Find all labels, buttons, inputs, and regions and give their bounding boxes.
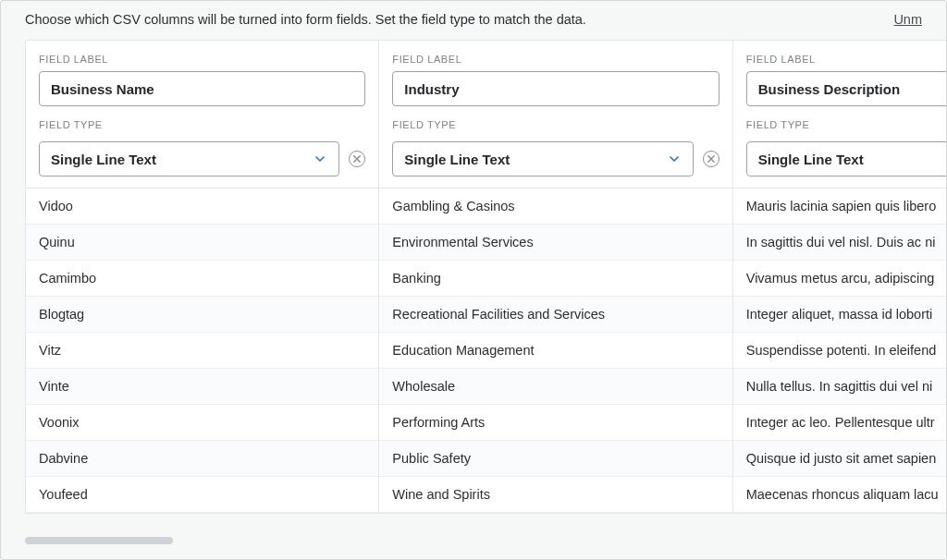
field-type-select[interactable]: Single Line Text	[392, 141, 693, 177]
clear-field-button[interactable]	[349, 151, 365, 167]
table-row: Environmental Services	[379, 225, 732, 261]
table-row: Camimbo	[26, 261, 378, 297]
column-header: FIELD LABEL FIELD TYPE Single Line Text	[733, 41, 947, 189]
table-row: Wholesale	[379, 369, 732, 405]
field-label-input[interactable]	[392, 71, 719, 106]
field-type-select[interactable]: Single Line Text	[39, 141, 339, 177]
chevron-down-icon	[313, 152, 327, 166]
table-row: In sagittis dui vel nisl. Duis ac ni	[733, 225, 947, 261]
close-icon	[707, 155, 715, 163]
field-type-value: Single Line Text	[404, 152, 666, 167]
table-row: Vinte	[26, 369, 378, 405]
table-row: Vidoo	[26, 189, 378, 225]
clear-field-button[interactable]	[703, 151, 719, 167]
table-row: Performing Arts	[379, 405, 732, 441]
field-label-input[interactable]	[39, 71, 365, 106]
table-row: Recreational Facilities and Services	[379, 297, 732, 333]
table-row: Blogtag	[26, 297, 378, 333]
instructions-text: Choose which CSV columns will be turned …	[25, 12, 586, 27]
table-row: Integer ac leo. Pellentesque ultr	[733, 405, 947, 441]
table-row: Voonix	[26, 405, 378, 441]
field-type-heading: FIELD TYPE	[392, 119, 719, 130]
table-row: Nulla tellus. In sagittis dui vel ni	[733, 369, 947, 405]
close-icon	[353, 155, 361, 163]
table-row: Public Safety	[379, 441, 732, 477]
table-row: Wine and Spirits	[379, 477, 732, 513]
column-business-name: FIELD LABEL FIELD TYPE Single Line Text	[26, 41, 379, 513]
table-row: Vivamus metus arcu, adipiscing	[733, 261, 947, 297]
field-type-value: Single Line Text	[51, 152, 313, 167]
field-label-heading: FIELD LABEL	[39, 54, 365, 65]
field-type-heading: FIELD TYPE	[746, 119, 947, 130]
column-header: FIELD LABEL FIELD TYPE Single Line Text	[26, 41, 378, 189]
field-type-value: Single Line Text	[758, 152, 947, 167]
table-row: Banking	[379, 261, 732, 297]
table-row: Quisque id justo sit amet sapien	[733, 441, 947, 477]
table-row: Suspendisse potenti. In eleifend	[733, 333, 947, 369]
field-label-input[interactable]	[746, 71, 947, 106]
table-row: Integer aliquet, massa id loborti	[733, 297, 947, 333]
chevron-down-icon	[667, 152, 682, 166]
column-industry: FIELD LABEL FIELD TYPE Single Line Text	[379, 41, 732, 513]
table-row: Education Management	[379, 333, 732, 369]
column-header: FIELD LABEL FIELD TYPE Single Line Text	[379, 41, 732, 189]
field-label-heading: FIELD LABEL	[746, 54, 947, 65]
field-type-select[interactable]: Single Line Text	[746, 141, 947, 177]
scrollbar-thumb[interactable]	[25, 537, 173, 544]
mapping-panel: Choose which CSV columns will be turned …	[0, 0, 947, 560]
mapping-table: FIELD LABEL FIELD TYPE Single Line Text	[25, 40, 947, 514]
field-type-heading: FIELD TYPE	[39, 119, 365, 130]
field-label-heading: FIELD LABEL	[392, 54, 719, 65]
topbar: Choose which CSV columns will be turned …	[1, 1, 946, 40]
table-row: Vitz	[26, 333, 378, 369]
table-row: Dabvine	[26, 441, 378, 477]
table-row: Mauris lacinia sapien quis libero	[733, 189, 947, 225]
table-row: Maecenas rhoncus aliquam lacu	[733, 477, 947, 513]
table-row: Gambling & Casinos	[379, 189, 732, 225]
table-row: Quinu	[26, 225, 378, 261]
unmap-link[interactable]: Unm	[893, 12, 922, 27]
table-row: Youfeed	[26, 477, 378, 513]
horizontal-scrollbar[interactable]	[25, 537, 922, 544]
column-business-description: FIELD LABEL FIELD TYPE Single Line Text …	[733, 41, 947, 513]
